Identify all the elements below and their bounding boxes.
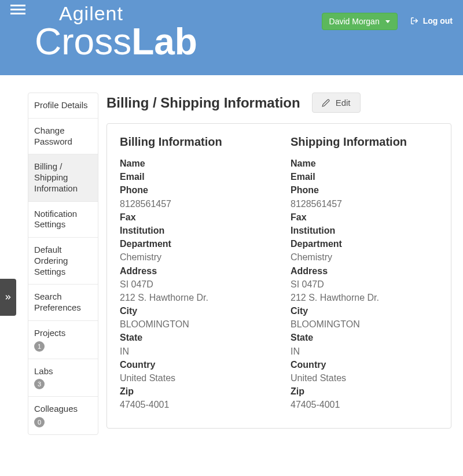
sidebar-item-label: Colleagues [34,404,78,414]
sidebar-item-label: Projects [34,328,65,338]
shipping-country: United States [291,371,438,385]
billing-zip: 47405-4001 [120,398,267,411]
label-state: State [120,331,267,344]
pencil-icon [322,99,330,107]
label-name: Name [291,157,438,170]
sidebar-item-change-password[interactable]: Change Password [28,119,98,155]
shipping-city: BLOOMINGTON [291,318,438,331]
billing-phone: 8128561457 [120,197,267,211]
shipping-column: Shipping Information Name Email Phone 81… [291,135,438,412]
page-title: Billing / Shipping Information [106,95,300,111]
billing-state: IN [120,345,267,358]
label-zip: Zip [120,385,267,398]
badge-count: 0 [34,417,45,427]
sidebar-item-colleagues[interactable]: Colleagues 0 [28,397,98,434]
label-country: Country [120,358,267,371]
logo-left: Cross [35,21,131,62]
info-panel: Billing Information Name Email Phone 812… [106,123,451,429]
sidebar-item-label: Change Password [34,126,72,146]
sidebar-item-search-preferences[interactable]: Search Preferences [28,285,98,321]
edit-button[interactable]: Edit [312,93,361,113]
chevron-down-icon [385,20,390,23]
label-phone: Phone [291,183,438,197]
label-address: Address [291,264,438,278]
shipping-department: Chemistry [291,250,438,264]
sidebar-item-label: Search Preferences [34,291,81,312]
sidebar-item-labs[interactable]: Labs 3 [28,359,98,397]
logout-icon [410,17,418,25]
label-institution: Institution [120,224,267,237]
app-logo: Agilent CrossLab [35,3,197,60]
label-institution: Institution [291,224,438,237]
logout-label: Log out [423,16,453,25]
user-menu-button[interactable]: David Morgan [322,13,398,30]
billing-address2: 212 S. Hawthorne Dr. [120,291,267,304]
label-email: Email [120,170,267,183]
edit-label: Edit [336,98,351,108]
shipping-address2: 212 S. Hawthorne Dr. [291,291,438,304]
billing-country: United States [120,371,267,385]
shipping-address1: SI 047D [291,278,438,291]
shipping-heading: Shipping Information [291,135,438,149]
billing-address1: SI 047D [120,278,267,291]
label-department: Department [120,237,267,250]
sidebar-item-default-ordering[interactable]: Default Ordering Settings [28,238,98,285]
app-header: Agilent CrossLab David Morgan Log out [0,0,463,75]
label-country: Country [291,358,438,371]
label-city: City [291,304,438,318]
label-fax: Fax [291,211,438,224]
shipping-phone: 8128561457 [291,197,438,211]
svg-rect-0 [10,5,25,6]
sidebar-item-projects[interactable]: Projects 1 [28,321,98,359]
sidebar-item-label: Notification Settings [34,209,77,230]
sidebar-item-billing-shipping[interactable]: Billing / Shipping Information [28,154,98,201]
label-address: Address [120,264,267,278]
shipping-state: IN [291,345,438,358]
label-zip: Zip [291,385,438,398]
label-fax: Fax [120,211,267,224]
sidebar-item-label: Default Ordering Settings [34,245,68,276]
badge-count: 3 [34,379,45,389]
label-phone: Phone [120,183,267,197]
menu-icon[interactable] [10,5,25,17]
sidebar-item-label: Labs [34,366,53,376]
logout-link[interactable]: Log out [410,16,453,25]
badge-count: 1 [34,341,45,352]
svg-rect-1 [10,9,25,10]
svg-rect-2 [10,13,25,14]
sidebar-item-notification-settings[interactable]: Notification Settings [28,202,98,238]
main-content: Billing / Shipping Information Edit Bill… [106,93,451,429]
label-department: Department [291,237,438,250]
label-email: Email [291,170,438,183]
sidebar-item-label: Profile Details [34,100,88,110]
sidebar-item-label: Billing / Shipping Information [34,161,78,193]
user-name: David Morgan [329,17,380,26]
billing-city: BLOOMINGTON [120,318,267,331]
shipping-zip: 47405-4001 [291,398,438,411]
label-name: Name [120,157,267,170]
billing-department: Chemistry [120,250,267,264]
expand-panel-tab[interactable] [0,279,16,316]
profile-sidebar: Profile Details Change Password Billing … [28,93,98,435]
label-state: State [291,331,438,344]
label-city: City [120,304,267,318]
billing-heading: Billing Information [120,135,267,149]
sidebar-item-profile-details[interactable]: Profile Details [28,93,98,119]
billing-column: Billing Information Name Email Phone 812… [120,135,267,412]
logo-right: Lab [131,21,197,62]
